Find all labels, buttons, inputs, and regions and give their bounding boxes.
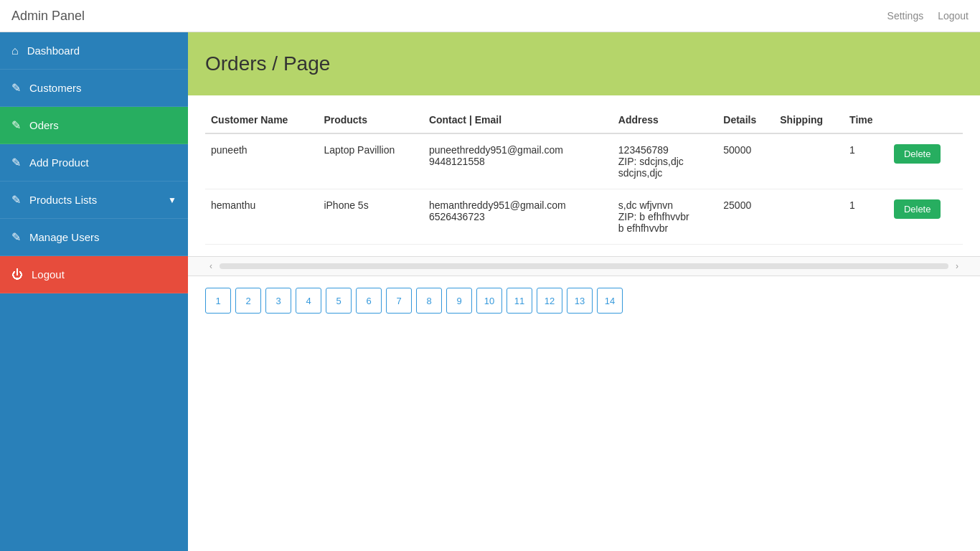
col-header: Address: [613, 107, 717, 133]
table-row: hemanthuiPhone 5shemanthreddy951@gmail.c…: [205, 189, 963, 245]
settings-link[interactable]: Settings: [887, 10, 924, 22]
col-header: Products: [318, 107, 423, 133]
col-header: Contact | Email: [423, 107, 613, 133]
page-button-13[interactable]: 13: [567, 288, 593, 314]
sidebar-label-logout: Logout: [32, 268, 65, 281]
col-header: [888, 107, 963, 133]
scroll-right-icon[interactable]: ›: [951, 260, 963, 273]
sidebar-item-oders[interactable]: ✎Oders: [0, 107, 188, 144]
table-row: puneethLaptop Pavillionpuneethreddy951@g…: [205, 133, 963, 189]
orders-table-container: Customer NameProductsContact | EmailAddr…: [188, 95, 980, 256]
orders-table: Customer NameProductsContact | EmailAddr…: [205, 107, 963, 245]
sidebar-item-manage-users[interactable]: ✎Manage Users: [0, 219, 188, 256]
layout: ⌂Dashboard✎Customers✎Oders✎Add Product✎P…: [0, 32, 980, 551]
page-button-14[interactable]: 14: [597, 288, 623, 314]
sidebar-item-dashboard[interactable]: ⌂Dashboard: [0, 32, 188, 70]
shipping-cell: [774, 133, 844, 189]
dropdown-arrow-icon: ▼: [168, 195, 176, 205]
scrollbar-row: ‹ ›: [188, 256, 980, 276]
logout-link[interactable]: Logout: [938, 10, 969, 22]
page-button-11[interactable]: 11: [507, 288, 532, 314]
sidebar-label-dashboard: Dashboard: [27, 44, 80, 57]
dashboard-icon: ⌂: [11, 44, 19, 57]
details-cell: 50000: [717, 133, 774, 189]
app-title: Admin Panel: [11, 9, 85, 24]
scroll-track: [220, 263, 948, 269]
manage-users-icon: ✎: [11, 230, 21, 244]
page-button-6[interactable]: 6: [356, 288, 382, 314]
scroll-left-icon[interactable]: ‹: [205, 260, 217, 273]
customer-name-cell: puneeth: [205, 133, 318, 189]
page-button-3[interactable]: 3: [265, 288, 291, 314]
contact-email-cell: hemanthreddy951@gmail.com 6526436723: [423, 189, 613, 245]
action-cell: Delete: [888, 189, 963, 245]
page-button-9[interactable]: 9: [446, 288, 472, 314]
pagination: 1234567891011121314: [188, 276, 980, 325]
contact-email-cell: puneethreddy951@gmail.com 9448121558: [423, 133, 613, 189]
logout-icon: ⏻: [11, 268, 23, 281]
oders-icon: ✎: [11, 118, 21, 132]
sidebar-item-add-product[interactable]: ✎Add Product: [0, 144, 188, 182]
customers-icon: ✎: [11, 81, 21, 95]
products-cell: Laptop Pavillion: [318, 133, 423, 189]
col-header: Customer Name: [205, 107, 318, 133]
page-button-4[interactable]: 4: [296, 288, 321, 314]
address-cell: 123456789 ZIP: sdcjns,djc sdcjns,djc: [613, 133, 717, 189]
page-button-7[interactable]: 7: [386, 288, 412, 314]
page-button-5[interactable]: 5: [326, 288, 352, 314]
sidebar-item-products-lists[interactable]: ✎Products Lists▼: [0, 182, 188, 219]
address-cell: s,dc wfjvnvn ZIP: b efhfhvvbr b efhfhvvb…: [613, 189, 717, 245]
products-cell: iPhone 5s: [318, 189, 423, 245]
sidebar-label-add-product: Add Product: [29, 156, 89, 169]
sidebar-label-products-lists: Products Lists: [29, 194, 97, 206]
sidebar-label-oders: Oders: [29, 119, 59, 131]
table-body: puneethLaptop Pavillionpuneethreddy951@g…: [205, 133, 963, 245]
col-header: Details: [717, 107, 774, 133]
sidebar-item-logout[interactable]: ⏻Logout: [0, 256, 188, 293]
delete-button[interactable]: Delete: [894, 199, 941, 219]
page-button-2[interactable]: 2: [235, 288, 261, 314]
sidebar-label-customers: Customers: [29, 82, 82, 94]
action-cell: Delete: [888, 133, 963, 189]
customer-name-cell: hemanthu: [205, 189, 318, 245]
table-header-row: Customer NameProductsContact | EmailAddr…: [205, 107, 963, 133]
col-header: Shipping: [774, 107, 844, 133]
sidebar: ⌂Dashboard✎Customers✎Oders✎Add Product✎P…: [0, 32, 188, 551]
shipping-cell: [774, 189, 844, 245]
page-header: Orders / Page: [188, 32, 980, 95]
topbar-actions: Settings Logout: [887, 10, 969, 22]
delete-button[interactable]: Delete: [894, 144, 941, 164]
page-button-8[interactable]: 8: [416, 288, 442, 314]
time-cell: 1: [844, 133, 888, 189]
sidebar-label-manage-users: Manage Users: [29, 231, 100, 243]
main-content: Orders / Page Customer NameProductsConta…: [188, 32, 980, 551]
sidebar-item-customers[interactable]: ✎Customers: [0, 70, 188, 107]
add-product-icon: ✎: [11, 156, 21, 169]
topbar: Admin Panel Settings Logout: [0, 0, 980, 32]
products-lists-icon: ✎: [11, 193, 21, 207]
page-button-12[interactable]: 12: [537, 288, 562, 314]
page-button-1[interactable]: 1: [205, 288, 231, 314]
page-button-10[interactable]: 10: [476, 288, 502, 314]
col-header: Time: [844, 107, 888, 133]
time-cell: 1: [844, 189, 888, 245]
details-cell: 25000: [717, 189, 774, 245]
page-title: Orders / Page: [205, 52, 963, 75]
